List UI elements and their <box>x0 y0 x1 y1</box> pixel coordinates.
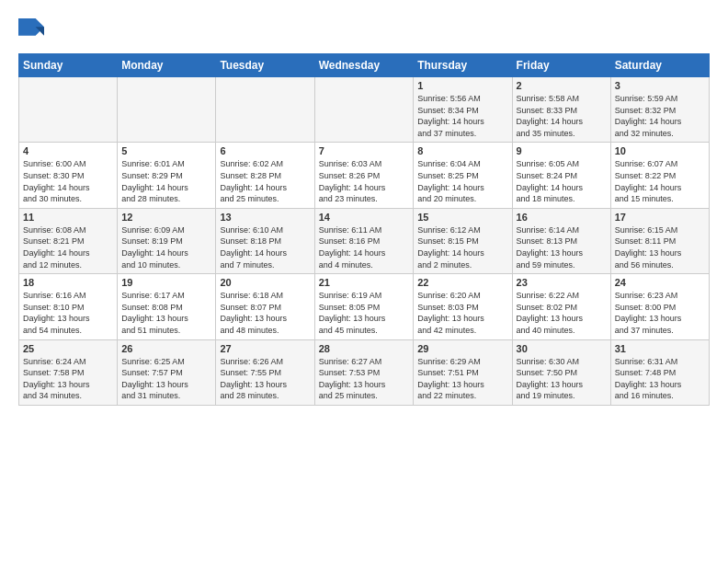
calendar-day: 25Sunrise: 6:24 AM Sunset: 7:58 PM Dayli… <box>19 339 118 405</box>
day-number: 31 <box>615 343 705 354</box>
calendar-day: 1Sunrise: 5:56 AM Sunset: 8:34 PM Daylig… <box>414 77 512 143</box>
day-info: Sunrise: 6:23 AM Sunset: 8:00 PM Dayligh… <box>615 290 705 336</box>
calendar-day: 23Sunrise: 6:22 AM Sunset: 8:02 PM Dayli… <box>512 274 610 339</box>
calendar-week-2: 4Sunrise: 6:00 AM Sunset: 8:30 PM Daylig… <box>19 143 710 208</box>
day-info: Sunrise: 6:31 AM Sunset: 7:48 PM Dayligh… <box>615 356 705 402</box>
day-info: Sunrise: 6:08 AM Sunset: 8:21 PM Dayligh… <box>23 224 113 270</box>
calendar-day: 26Sunrise: 6:25 AM Sunset: 7:57 PM Dayli… <box>118 339 216 405</box>
day-number: 29 <box>417 343 507 354</box>
day-info: Sunrise: 6:26 AM Sunset: 7:55 PM Dayligh… <box>220 356 310 402</box>
calendar-week-4: 18Sunrise: 6:16 AM Sunset: 8:10 PM Dayli… <box>19 274 710 339</box>
day-info: Sunrise: 6:04 AM Sunset: 8:25 PM Dayligh… <box>417 158 507 204</box>
day-number: 5 <box>121 145 211 156</box>
calendar-day: 12Sunrise: 6:09 AM Sunset: 8:19 PM Dayli… <box>118 208 216 273</box>
day-number: 10 <box>615 145 705 156</box>
calendar-day: 5Sunrise: 6:01 AM Sunset: 8:29 PM Daylig… <box>118 143 216 208</box>
day-header-sunday: Sunday <box>19 54 118 77</box>
page-header <box>18 18 710 44</box>
calendar-day: 30Sunrise: 6:30 AM Sunset: 7:50 PM Dayli… <box>512 339 610 405</box>
day-info: Sunrise: 6:05 AM Sunset: 8:24 PM Dayligh… <box>517 158 607 204</box>
calendar-day: 18Sunrise: 6:16 AM Sunset: 8:10 PM Dayli… <box>19 274 118 339</box>
day-info: Sunrise: 6:24 AM Sunset: 7:58 PM Dayligh… <box>23 356 113 402</box>
day-info: Sunrise: 6:12 AM Sunset: 8:15 PM Dayligh… <box>417 224 507 270</box>
day-number: 17 <box>615 212 705 223</box>
calendar-day: 4Sunrise: 6:00 AM Sunset: 8:30 PM Daylig… <box>19 143 118 208</box>
day-info: Sunrise: 6:29 AM Sunset: 7:51 PM Dayligh… <box>417 356 507 402</box>
day-info: Sunrise: 6:17 AM Sunset: 8:08 PM Dayligh… <box>121 290 211 336</box>
calendar-day: 6Sunrise: 6:02 AM Sunset: 8:28 PM Daylig… <box>216 143 314 208</box>
day-info: Sunrise: 6:19 AM Sunset: 8:05 PM Dayligh… <box>319 290 410 336</box>
calendar-day <box>118 77 216 143</box>
calendar-day: 8Sunrise: 6:04 AM Sunset: 8:25 PM Daylig… <box>414 143 512 208</box>
day-info: Sunrise: 6:30 AM Sunset: 7:50 PM Dayligh… <box>517 356 607 402</box>
day-number: 8 <box>417 145 507 156</box>
day-info: Sunrise: 5:59 AM Sunset: 8:32 PM Dayligh… <box>615 93 705 139</box>
calendar-day: 20Sunrise: 6:18 AM Sunset: 8:07 PM Dayli… <box>216 274 314 339</box>
day-number: 21 <box>319 277 410 288</box>
day-header-tuesday: Tuesday <box>216 54 314 77</box>
day-info: Sunrise: 6:01 AM Sunset: 8:29 PM Dayligh… <box>121 158 211 204</box>
calendar-day: 3Sunrise: 5:59 AM Sunset: 8:32 PM Daylig… <box>610 77 709 143</box>
day-number: 7 <box>319 145 410 156</box>
calendar-day: 14Sunrise: 6:11 AM Sunset: 8:16 PM Dayli… <box>314 208 414 273</box>
day-info: Sunrise: 6:09 AM Sunset: 8:19 PM Dayligh… <box>121 224 211 270</box>
day-info: Sunrise: 6:02 AM Sunset: 8:28 PM Dayligh… <box>220 158 310 204</box>
calendar-day: 15Sunrise: 6:12 AM Sunset: 8:15 PM Dayli… <box>414 208 512 273</box>
calendar-day: 29Sunrise: 6:29 AM Sunset: 7:51 PM Dayli… <box>414 339 512 405</box>
day-info: Sunrise: 6:16 AM Sunset: 8:10 PM Dayligh… <box>23 290 113 336</box>
calendar-day: 9Sunrise: 6:05 AM Sunset: 8:24 PM Daylig… <box>512 143 610 208</box>
day-number: 28 <box>319 343 410 354</box>
calendar-day <box>216 77 314 143</box>
calendar-day: 10Sunrise: 6:07 AM Sunset: 8:22 PM Dayli… <box>610 143 709 208</box>
calendar-week-3: 11Sunrise: 6:08 AM Sunset: 8:21 PM Dayli… <box>19 208 710 273</box>
day-number: 15 <box>417 212 507 223</box>
header-row: SundayMondayTuesdayWednesdayThursdayFrid… <box>19 54 710 77</box>
logo-icon <box>18 18 44 44</box>
day-number: 23 <box>517 277 607 288</box>
day-info: Sunrise: 6:22 AM Sunset: 8:02 PM Dayligh… <box>517 290 607 336</box>
calendar-week-1: 1Sunrise: 5:56 AM Sunset: 8:34 PM Daylig… <box>19 77 710 143</box>
day-number: 27 <box>220 343 310 354</box>
day-number: 12 <box>121 212 211 223</box>
day-number: 19 <box>121 277 211 288</box>
day-info: Sunrise: 6:10 AM Sunset: 8:18 PM Dayligh… <box>220 224 310 270</box>
calendar-day: 27Sunrise: 6:26 AM Sunset: 7:55 PM Dayli… <box>216 339 314 405</box>
day-number: 1 <box>417 80 507 91</box>
logo[interactable] <box>18 18 48 44</box>
calendar-day: 21Sunrise: 6:19 AM Sunset: 8:05 PM Dayli… <box>314 274 414 339</box>
calendar-table: SundayMondayTuesdayWednesdayThursdayFrid… <box>18 53 710 406</box>
day-number: 16 <box>517 212 607 223</box>
day-info: Sunrise: 6:18 AM Sunset: 8:07 PM Dayligh… <box>220 290 310 336</box>
day-number: 11 <box>23 212 113 223</box>
day-info: Sunrise: 6:11 AM Sunset: 8:16 PM Dayligh… <box>319 224 410 270</box>
calendar-day: 2Sunrise: 5:58 AM Sunset: 8:33 PM Daylig… <box>512 77 610 143</box>
calendar-day: 24Sunrise: 6:23 AM Sunset: 8:00 PM Dayli… <box>610 274 709 339</box>
day-number: 13 <box>220 212 310 223</box>
day-info: Sunrise: 6:20 AM Sunset: 8:03 PM Dayligh… <box>417 290 507 336</box>
day-header-friday: Friday <box>512 54 610 77</box>
day-info: Sunrise: 6:14 AM Sunset: 8:13 PM Dayligh… <box>517 224 607 270</box>
day-header-wednesday: Wednesday <box>314 54 414 77</box>
calendar-day: 11Sunrise: 6:08 AM Sunset: 8:21 PM Dayli… <box>19 208 118 273</box>
calendar-day: 13Sunrise: 6:10 AM Sunset: 8:18 PM Dayli… <box>216 208 314 273</box>
day-header-thursday: Thursday <box>414 54 512 77</box>
day-number: 22 <box>417 277 507 288</box>
day-info: Sunrise: 5:56 AM Sunset: 8:34 PM Dayligh… <box>417 93 507 139</box>
calendar-day: 31Sunrise: 6:31 AM Sunset: 7:48 PM Dayli… <box>610 339 709 405</box>
day-number: 26 <box>121 343 211 354</box>
day-header-monday: Monday <box>118 54 216 77</box>
day-number: 6 <box>220 145 310 156</box>
calendar-day: 16Sunrise: 6:14 AM Sunset: 8:13 PM Dayli… <box>512 208 610 273</box>
day-number: 24 <box>615 277 705 288</box>
calendar-day <box>314 77 414 143</box>
calendar-day: 19Sunrise: 6:17 AM Sunset: 8:08 PM Dayli… <box>118 274 216 339</box>
day-number: 18 <box>23 277 113 288</box>
day-number: 30 <box>517 343 607 354</box>
day-number: 20 <box>220 277 310 288</box>
calendar-week-5: 25Sunrise: 6:24 AM Sunset: 7:58 PM Dayli… <box>19 339 710 405</box>
svg-marker-0 <box>18 18 44 36</box>
day-number: 4 <box>23 145 113 156</box>
calendar-day: 7Sunrise: 6:03 AM Sunset: 8:26 PM Daylig… <box>314 143 414 208</box>
day-info: Sunrise: 6:00 AM Sunset: 8:30 PM Dayligh… <box>23 158 113 204</box>
calendar-day: 28Sunrise: 6:27 AM Sunset: 7:53 PM Dayli… <box>314 339 414 405</box>
